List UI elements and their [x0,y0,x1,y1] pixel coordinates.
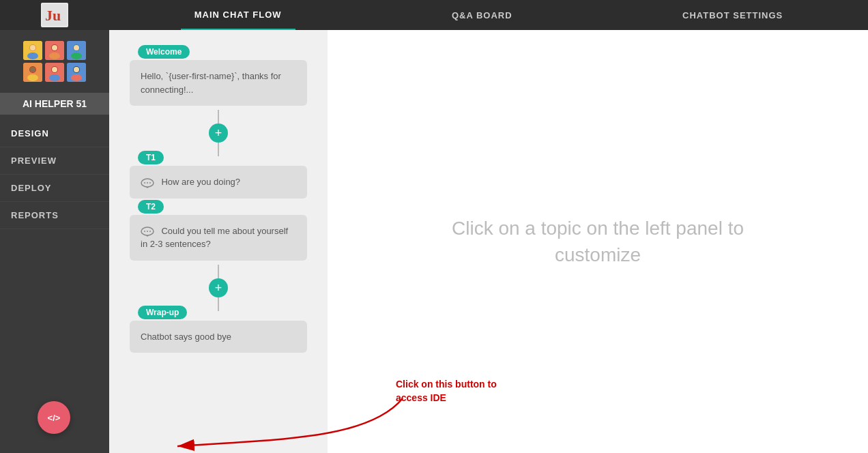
sidebar-item-design[interactable]: DESIGN [0,120,109,147]
nav-items: MAIN CHAT FLOW Q&A BOARD CHATBOT SETTING… [109,0,868,30]
connector-2: + [209,265,228,311]
sidebar-menu: DESIGN PREVIEW DEPLOY REPORTS [0,120,109,229]
flow-node-welcome[interactable]: Welcome Hello, `{user-first-name}`, than… [130,55,307,106]
svg-point-29 [149,182,151,184]
avatar-4 [23,63,42,82]
nav-chatbot-settings[interactable]: CHATBOT SETTINGS [669,0,796,30]
avatar-3 [67,41,86,60]
svg-point-28 [147,182,148,184]
t1-text: How are you doing? [161,177,240,187]
svg-point-17 [30,67,35,72]
svg-point-12 [71,53,82,59]
logo[interactable]: Ju [41,3,68,27]
sidebar-item-preview[interactable]: PREVIEW [0,147,109,175]
flow-line-2b [218,297,219,311]
svg-point-33 [149,231,151,232]
svg-point-25 [74,67,79,72]
main-layout: AI HELPER 51 DESIGN PREVIEW DEPLOY REPOR… [0,30,868,453]
flow-line-1b [218,143,219,156]
right-panel-hint: Click on a topic on the left panel to cu… [427,215,768,268]
svg-point-27 [144,182,145,184]
flow-line-2 [218,265,219,278]
avatar-6 [67,63,86,82]
svg-point-21 [52,67,57,72]
nav-main-chat-flow[interactable]: MAIN CHAT FLOW [181,0,295,30]
add-button-2[interactable]: + [209,278,228,297]
svg-point-13 [74,45,79,50]
svg-point-20 [49,74,60,81]
chat-icon-t1 [141,176,154,188]
avatar-1 [23,41,42,60]
svg-point-8 [49,53,60,59]
t2-text: Could you tell me about yourself in 2-3 … [141,226,288,250]
svg-point-4 [27,53,38,59]
avatar-2 [45,41,64,60]
sidebar-item-deploy[interactable]: DEPLOY [0,175,109,202]
svg-text:Ju: Ju [45,7,61,24]
wrapup-label: Wrap-up [138,306,187,319]
t1-label: T1 [138,151,164,164]
svg-point-16 [27,74,38,81]
flow-line-1 [218,110,219,123]
nav-qa-board[interactable]: Q&A BOARD [438,0,526,30]
chat-flow-panel: Welcome Hello, `{user-first-name}`, than… [109,30,328,453]
annotation-text: Click on this button to access IDE [396,378,497,405]
avatar-grid [23,41,86,82]
logo-area: Ju [0,3,109,27]
svg-point-24 [71,74,82,81]
avatar-5 [45,63,64,82]
svg-point-5 [30,45,35,50]
welcome-label: Welcome [138,45,190,59]
t2-label: T2 [138,200,164,214]
welcome-text: Hello, `{user-first-name}`, thanks for c… [141,70,296,96]
svg-point-32 [147,231,148,232]
flow-node-t2[interactable]: T2 Could you tell me about yourself in 2… [130,209,307,261]
svg-point-9 [52,45,57,50]
flow-node-t1[interactable]: T1 How are you doing? [130,160,307,199]
sidebar: AI HELPER 51 DESIGN PREVIEW DEPLOY REPOR… [0,30,109,453]
ide-button[interactable]: </> [38,401,70,434]
content-area: Welcome Hello, `{user-first-name}`, than… [109,30,868,453]
connector-1: + [209,110,228,156]
add-button-1[interactable]: + [209,123,228,143]
sidebar-item-reports[interactable]: REPORTS [0,202,109,229]
sidebar-title: AI HELPER 51 [0,93,109,115]
top-navigation: Ju MAIN CHAT FLOW Q&A BOARD CHATBOT SETT… [0,0,868,30]
flow-node-wrapup[interactable]: Wrap-up Chatbot says good bye [130,315,307,353]
chat-icon-t2 [141,224,154,237]
svg-point-31 [144,231,145,232]
wrapup-text: Chatbot says good bye [141,330,296,344]
